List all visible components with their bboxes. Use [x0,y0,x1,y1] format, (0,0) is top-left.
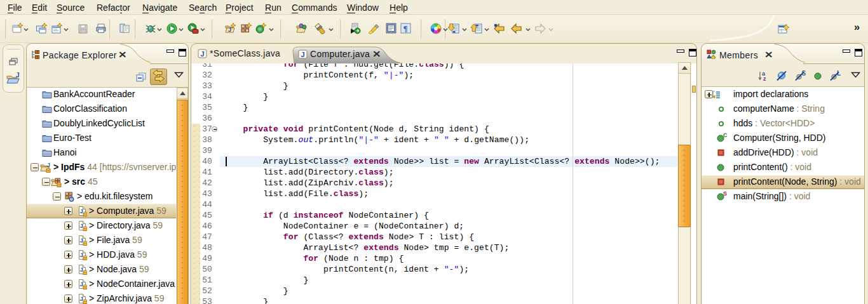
svg-text:J: J [80,251,83,258]
svg-text:J: J [47,162,50,168]
svg-text:J: J [228,27,231,33]
svg-text:J: J [80,266,83,273]
svg-text:J: J [80,295,83,302]
svg-text:J: J [80,281,83,287]
svg-text:J: J [301,51,305,58]
svg-text:J: J [201,50,205,58]
svg-text:z: z [763,76,766,82]
svg-text:J: J [80,222,83,229]
svg-text:J: J [80,208,83,215]
svg-text:J: J [80,237,83,244]
svg-text:J: J [16,72,20,79]
svg-text:¶: ¶ [403,23,408,33]
